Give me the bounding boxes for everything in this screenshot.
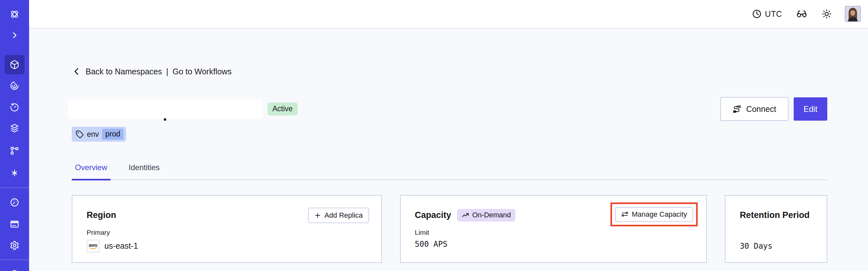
glasses-icon[interactable] <box>796 8 807 20</box>
breadcrumb: Back to Namespaces | Go to Workflows <box>72 67 827 76</box>
aws-logo-icon: aws <box>87 240 99 252</box>
sidebar-item-billing[interactable] <box>4 214 25 234</box>
timezone-label: UTC <box>765 9 782 19</box>
capacity-card-title: Capacity <box>415 210 452 220</box>
sidebar-item-account[interactable] <box>4 265 25 271</box>
sidebar-item-workflows[interactable] <box>4 76 25 95</box>
avatar[interactable] <box>845 6 861 22</box>
plus-icon <box>314 212 321 219</box>
overview-cards: Region Add Replica Primary aws <box>72 195 827 263</box>
region-card: Region Add Replica Primary aws <box>72 195 382 263</box>
sidebar-item-namespaces[interactable] <box>4 55 25 74</box>
ondemand-label: On-Demand <box>472 211 511 219</box>
sidebar-divider <box>0 187 29 188</box>
stacks-icon <box>10 124 20 133</box>
trending-up-icon <box>462 211 469 219</box>
namespace-title-row: Active Connect Edit <box>72 97 827 121</box>
add-replica-label: Add Replica <box>324 211 363 219</box>
expand-chevron-icon[interactable] <box>4 26 25 45</box>
schedules-icon <box>10 102 20 112</box>
breadcrumb-back-link[interactable]: Back to Namespaces <box>86 67 162 76</box>
account-icon <box>10 269 20 271</box>
namespaces-icon <box>10 60 20 69</box>
breadcrumb-workflows-link[interactable]: Go to Workflows <box>173 67 232 76</box>
sun-icon[interactable] <box>822 9 832 19</box>
tag-key: env <box>87 130 99 139</box>
connect-button-label: Connect <box>746 104 776 114</box>
sliders-icon <box>621 211 628 218</box>
primary-label: Primary <box>87 229 369 236</box>
sidebar-item-schedules[interactable] <box>4 98 25 117</box>
sidebar-item-stacks[interactable] <box>4 119 25 138</box>
ondemand-badge: On-Demand <box>457 209 516 221</box>
sidebar-item-nexus[interactable] <box>4 163 25 183</box>
retention-card-title: Retention Period <box>740 210 809 220</box>
settings-icon <box>10 241 20 250</box>
manage-capacity-label: Manage Capacity <box>632 210 687 219</box>
breadcrumb-separator: | <box>166 67 168 76</box>
retention-value: 30 Days <box>740 242 772 251</box>
tag-value: prod <box>102 129 123 140</box>
status-badge: Active <box>268 102 298 116</box>
timezone-selector[interactable]: UTC <box>752 9 782 19</box>
chevron-left-icon[interactable] <box>72 67 82 76</box>
connect-button[interactable]: Connect <box>720 97 788 121</box>
sidebar-item-usage[interactable] <box>4 193 25 212</box>
edit-button[interactable]: Edit <box>794 97 827 121</box>
billing-icon <box>10 219 20 229</box>
tag-row: env prod <box>72 127 827 142</box>
sidebar-nav <box>0 0 29 271</box>
top-bar: UTC <box>29 0 868 28</box>
connect-route-icon <box>733 105 741 114</box>
sidebar-item-settings[interactable] <box>4 236 25 255</box>
region-value: us-east-1 <box>104 241 138 251</box>
limit-label: Limit <box>415 229 694 236</box>
redaction-artifact <box>164 118 166 121</box>
annotation-highlight-box: Manage Capacity <box>611 203 698 227</box>
tab-overview[interactable]: Overview <box>72 163 111 180</box>
tab-bar: Overview Identities <box>72 163 827 180</box>
capacity-value: 500 APS <box>415 240 447 249</box>
usage-icon <box>10 198 20 207</box>
capacity-card: Capacity On-Demand <box>400 195 707 263</box>
namespace-tag-chip[interactable]: env prod <box>72 127 126 142</box>
main-content: Back to Namespaces | Go to Workflows Act… <box>29 29 868 271</box>
deployments-icon <box>10 146 20 155</box>
temporal-logo-icon[interactable] <box>4 4 25 24</box>
retention-card: Retention Period 30 Days <box>725 195 827 263</box>
clock-icon <box>752 9 762 19</box>
sidebar-item-deployments[interactable] <box>4 141 25 160</box>
workflows-icon <box>10 81 20 91</box>
nexus-icon <box>10 168 20 178</box>
manage-capacity-button[interactable]: Manage Capacity <box>615 207 693 222</box>
tag-icon <box>75 130 84 139</box>
namespace-name-redacted <box>68 99 262 119</box>
tab-identities[interactable]: Identities <box>125 163 163 180</box>
region-card-title: Region <box>87 210 116 220</box>
sidebar-divider <box>0 260 29 260</box>
add-replica-button[interactable]: Add Replica <box>308 208 369 223</box>
